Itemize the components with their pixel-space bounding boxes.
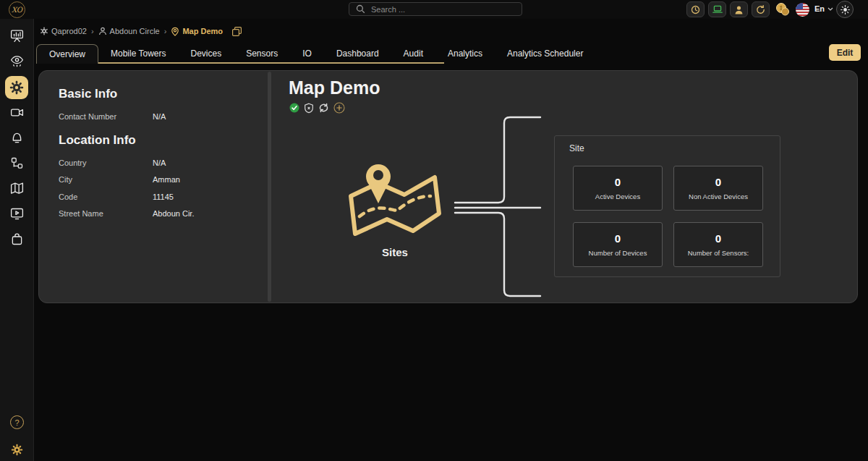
basic-info-title: Basic Info (59, 87, 117, 101)
nav-topology[interactable] (5, 153, 28, 174)
video-camera-icon (9, 105, 25, 120)
tab-overview[interactable]: Overview (36, 44, 98, 64)
breadcrumb-label: Abdoun Circle (110, 27, 160, 35)
sites-node-label: Sites (348, 246, 442, 258)
search-icon (356, 4, 365, 14)
eye-monitor-icon (9, 54, 25, 69)
search-input[interactable] (371, 5, 515, 14)
map-book-icon (9, 181, 25, 196)
language-selector[interactable]: En (814, 4, 833, 13)
us-flag-icon[interactable] (796, 3, 809, 17)
tab-analytics[interactable]: Analytics (435, 44, 495, 64)
stat-label: Number of Sensors: (688, 249, 749, 257)
site-stats-panel: Site 0 Active Devices 0 Non Active Devic… (554, 135, 780, 277)
tab-mobile-towers[interactable]: Mobile Towers (98, 44, 178, 64)
sync-icon[interactable] (318, 103, 329, 113)
help-icon: ? (14, 418, 19, 427)
laptop-icon (712, 5, 723, 14)
nav-store[interactable] (5, 229, 28, 250)
info-row-label: Country (59, 158, 87, 167)
page-title: Map Demo (289, 77, 380, 98)
edit-button[interactable]: Edit (829, 44, 861, 61)
tab-audit[interactable]: Audit (391, 44, 435, 64)
nav-media[interactable] (5, 203, 28, 224)
breadcrumb: Qaprod02 › Abdoun Circle › Map Demo (40, 24, 242, 38)
stat-label: Active Devices (595, 193, 640, 200)
stat-value: 0 (715, 232, 721, 245)
site-panel-title: Site (569, 143, 584, 153)
settings-shortcut-button[interactable] (11, 444, 23, 456)
breadcrumb-separator: › (91, 27, 94, 35)
pin-icon (171, 27, 179, 36)
info-row-value: 11145 (153, 193, 174, 201)
sun-icon (841, 5, 850, 14)
nav-monitoring[interactable] (5, 51, 28, 72)
sidebar-bottom: ? (0, 415, 34, 461)
profile-button[interactable] (730, 1, 748, 17)
board-chart-icon (9, 28, 25, 43)
info-row-label: Code (59, 193, 77, 201)
breadcrumb-label: Qaprod02 (51, 27, 87, 35)
info-row-value: N/A (153, 112, 166, 121)
user-icon (734, 5, 744, 14)
stat-card-number-of-devices[interactable]: 0 Number of Devices (573, 222, 663, 267)
info-row-label: Contact Number (59, 112, 116, 121)
stat-value: 0 (615, 176, 621, 188)
info-row-label: Street Name (59, 209, 103, 218)
tab-devices[interactable]: Devices (179, 44, 234, 64)
tab-sensors[interactable]: Sensors (234, 44, 290, 64)
stat-value: 0 (715, 176, 721, 188)
refresh-icon (756, 5, 765, 14)
add-circle-icon[interactable] (333, 102, 345, 114)
nav-cameras[interactable] (5, 102, 28, 123)
nav-maps[interactable] (5, 178, 28, 199)
coins-icon[interactable] (775, 2, 791, 17)
status-icon-row (289, 102, 345, 114)
devices-monitor-button[interactable] (708, 1, 726, 17)
breadcrumb-item-org[interactable]: Qaprod02 (40, 27, 87, 35)
sites-node[interactable] (346, 158, 443, 240)
shield-x-icon[interactable] (304, 103, 314, 114)
chevron-down-icon (827, 7, 833, 11)
tab-analytics-scheduler[interactable]: Analytics Scheduler (495, 44, 595, 64)
logo-text: XO (12, 6, 22, 14)
overview-panel: Basic Info Contact Number N/A Location I… (38, 70, 858, 303)
breadcrumb-separator: › (164, 27, 167, 35)
info-row-value: N/A (153, 158, 166, 167)
breadcrumb-item-site-group[interactable]: Abdoun Circle (98, 27, 160, 35)
stat-label: Non Active Devices (689, 193, 748, 200)
settings-gear-icon (9, 80, 24, 95)
folded-map-icon (351, 164, 439, 234)
nav-settings[interactable] (5, 76, 28, 99)
tab-dashboard[interactable]: Dashboard (324, 44, 391, 64)
person-icon (98, 27, 107, 35)
stat-label: Number of Devices (589, 249, 647, 257)
left-nav-rail: ? (0, 19, 34, 461)
nav-alerts[interactable] (5, 127, 28, 148)
theme-toggle-button[interactable] (836, 1, 854, 18)
gear-icon (11, 444, 23, 456)
nav-dashboard[interactable] (5, 25, 28, 46)
stat-card-non-active-devices[interactable]: 0 Non Active Devices (673, 166, 763, 211)
bell-icon (9, 130, 25, 145)
tab-bar: Overview Mobile Towers Devices Sensors I… (36, 43, 595, 64)
help-button[interactable]: ? (10, 415, 24, 429)
check-circle-icon (289, 103, 299, 113)
breadcrumb-item-current[interactable]: Map Demo (171, 27, 223, 36)
copy-icon[interactable] (231, 26, 242, 37)
shopping-bag-icon (9, 232, 25, 247)
stat-card-active-devices[interactable]: 0 Active Devices (573, 166, 663, 211)
gear-icon (40, 27, 48, 35)
panel-scrollbar[interactable] (268, 72, 271, 302)
refresh-button[interactable] (752, 1, 770, 17)
global-search[interactable] (349, 2, 522, 16)
language-label: En (814, 4, 825, 13)
tab-io[interactable]: IO (290, 44, 324, 64)
info-row-label: City (59, 175, 72, 184)
stat-value: 0 (615, 232, 621, 245)
location-info-title: Location Info (59, 133, 136, 148)
stat-card-number-of-sensors[interactable]: 0 Number of Sensors: (673, 222, 763, 267)
clock-icon (691, 5, 700, 14)
history-button[interactable] (686, 1, 705, 17)
app-logo[interactable]: XO (9, 1, 25, 18)
